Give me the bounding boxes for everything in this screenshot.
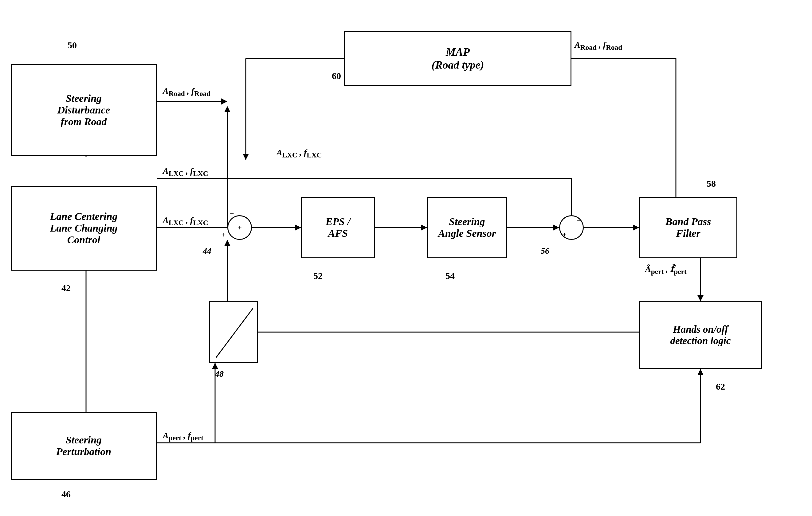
- signal-alxc-flxc-3: ALXC , fLXC: [163, 215, 208, 227]
- svg-marker-8: [421, 224, 427, 230]
- signal-apert-fpert-estimated: Âpert , f̂pert: [645, 264, 687, 276]
- summing-junction-44: +: [227, 215, 252, 240]
- label-56: 56: [541, 246, 549, 256]
- block-steering-angle: Steering Angle Sensor: [427, 197, 507, 258]
- svg-marker-1: [221, 99, 227, 105]
- switch-icon: [210, 302, 259, 364]
- svg-marker-4: [224, 106, 230, 112]
- signal-aroad-froad-1: ARoad , fRoad: [163, 86, 210, 98]
- svg-marker-12: [633, 224, 639, 230]
- svg-marker-6: [295, 224, 301, 230]
- block-eps: EPS / AFS: [301, 197, 375, 258]
- number-62: 62: [716, 381, 725, 392]
- number-54: 54: [445, 271, 455, 281]
- switch-block-48: [209, 301, 258, 363]
- svg-marker-18: [243, 154, 249, 160]
- number-46: 46: [61, 489, 71, 499]
- signal-alxc-flxc-1: ALXC , fLXC: [163, 166, 208, 178]
- plus-sign-44-left: +: [221, 230, 226, 239]
- number-60: 60: [332, 71, 341, 81]
- signal-alxc-flxc-2: ALXC , fLXC: [277, 147, 322, 159]
- diagram-container: Steering Disturbance from Road 50 Lane C…: [0, 0, 812, 516]
- label-44: 44: [203, 246, 211, 256]
- signal-apert-fpert: Apert , fpert: [163, 431, 203, 442]
- block-hands-on-off: Hands on/off detection logic: [639, 301, 762, 369]
- number-42: 42: [61, 283, 71, 293]
- svg-line-38: [216, 308, 253, 358]
- number-52: 52: [313, 271, 323, 281]
- svg-marker-29: [224, 240, 230, 246]
- block-map: MAP (Road type): [344, 31, 572, 86]
- number-50: 50: [67, 40, 77, 50]
- svg-marker-25: [697, 369, 703, 375]
- block-steering-perturbation: Steering Perturbation: [11, 412, 157, 480]
- svg-marker-10: [553, 224, 559, 230]
- block-lane-centering: Lane Centering Lane Changing Control: [11, 186, 157, 271]
- number-58: 58: [706, 178, 716, 189]
- plus-sign-44-top: +: [230, 209, 234, 217]
- svg-marker-20: [697, 295, 703, 301]
- block-steering-disturbance: Steering Disturbance from Road: [11, 64, 157, 156]
- block-band-pass: Band Pass Filter: [639, 197, 737, 258]
- label-48: 48: [215, 369, 224, 379]
- summing-junction-56: − +: [559, 215, 584, 240]
- signal-aroad-froad-2: ARoad , fRoad: [575, 40, 622, 52]
